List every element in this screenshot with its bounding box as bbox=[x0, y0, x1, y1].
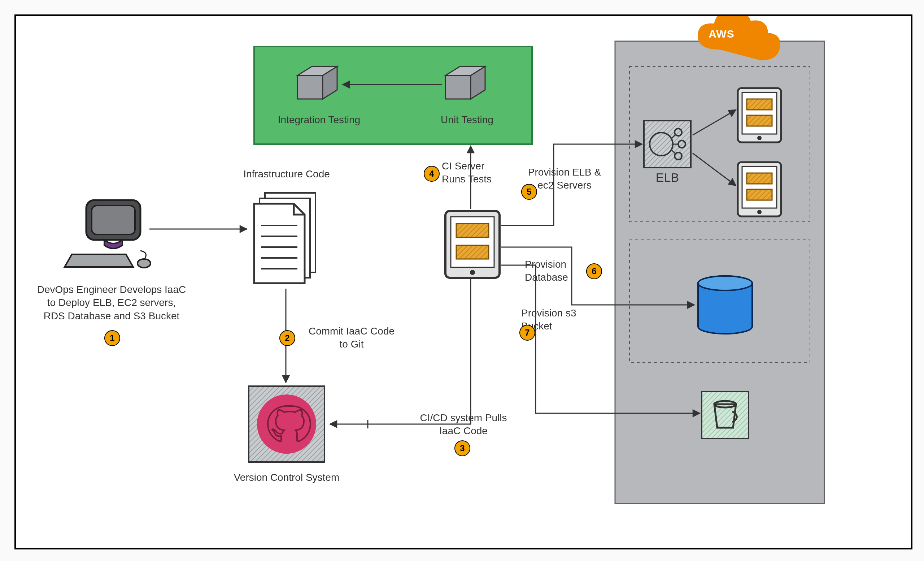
step1-text: DevOps Engineer Develops IaaC to Deploy … bbox=[27, 283, 196, 323]
step7-badge: 7 bbox=[519, 325, 535, 341]
step2-text: Commit IaaC Code to Git bbox=[301, 325, 402, 351]
step3-badge: 3 bbox=[454, 440, 470, 456]
svg-rect-19 bbox=[747, 99, 772, 110]
ec2-icon-top bbox=[738, 88, 781, 142]
svg-rect-29 bbox=[702, 392, 748, 439]
vcs-icon bbox=[249, 386, 324, 462]
infrastructure-code-icon bbox=[254, 193, 315, 283]
ci-server-icon bbox=[446, 211, 500, 278]
devops-computer-icon bbox=[64, 200, 150, 268]
step3-text: CI/CD system Pulls IaaC Code bbox=[402, 411, 525, 438]
infra-code-label: Infrastructure Code bbox=[225, 168, 348, 180]
svg-point-46 bbox=[470, 270, 475, 275]
svg-rect-45 bbox=[456, 245, 489, 259]
svg-rect-9 bbox=[644, 121, 691, 168]
svg-point-41 bbox=[257, 394, 316, 454]
ec2-icon-bottom bbox=[738, 162, 781, 217]
step4-badge: 4 bbox=[424, 166, 440, 182]
diagram-canvas: DevOps Engineer Develops IaaC to Deploy … bbox=[14, 15, 912, 549]
svg-point-26 bbox=[757, 210, 762, 214]
svg-point-21 bbox=[757, 136, 762, 140]
svg-rect-25 bbox=[747, 189, 772, 200]
step4-text: CI Server Runs Tests bbox=[442, 159, 521, 186]
vcs-label: Version Control System bbox=[222, 471, 351, 484]
step2-badge: 2 bbox=[279, 330, 295, 346]
diagram-svg bbox=[16, 16, 911, 548]
step1-badge: 1 bbox=[104, 330, 120, 346]
unit-testing-label: Unit Testing bbox=[420, 113, 514, 126]
svg-rect-20 bbox=[747, 115, 772, 126]
svg-rect-31 bbox=[254, 47, 532, 144]
svg-point-28 bbox=[698, 276, 752, 290]
step6-badge: 6 bbox=[586, 263, 602, 279]
database-icon bbox=[698, 276, 752, 334]
svg-rect-24 bbox=[747, 173, 772, 184]
elb-label: ELB bbox=[644, 169, 691, 185]
svg-point-34 bbox=[138, 259, 150, 268]
elb-icon bbox=[644, 121, 691, 168]
svg-rect-33 bbox=[92, 206, 135, 235]
integration-testing-label: Integration Testing bbox=[261, 113, 377, 126]
testing-box bbox=[254, 47, 532, 144]
step5-badge: 5 bbox=[521, 184, 537, 200]
svg-rect-44 bbox=[456, 224, 489, 237]
aws-cloud-label: AWS bbox=[704, 27, 740, 41]
s3-bucket-icon bbox=[702, 392, 748, 439]
